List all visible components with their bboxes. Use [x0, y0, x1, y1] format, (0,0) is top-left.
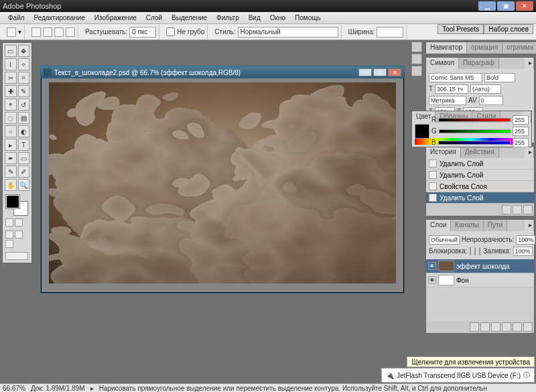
tab-channels[interactable]: Каналы: [451, 220, 484, 231]
selection-add-icon[interactable]: [43, 27, 52, 37]
move-tool[interactable]: ✥: [18, 45, 30, 57]
marquee-tool[interactable]: ▭: [5, 45, 17, 57]
tab-info[interactable]: ормация: [467, 42, 503, 54]
color-preview[interactable]: [415, 124, 429, 139]
doc-close-button[interactable]: ✕: [388, 68, 401, 76]
pen-tool[interactable]: ✒: [5, 152, 17, 164]
menu-layer[interactable]: Слой: [142, 13, 166, 23]
color-swatches[interactable]: [5, 194, 29, 215]
window-minimize-button[interactable]: ▁: [478, 1, 496, 11]
r-input[interactable]: 255: [513, 115, 529, 125]
tab-layers[interactable]: Слои: [426, 220, 451, 231]
slice-tool[interactable]: ⌗: [18, 72, 30, 84]
visibility-icon[interactable]: 👁: [428, 276, 436, 284]
layer-row[interactable]: 👁 эффект шоколда: [426, 259, 534, 273]
layer-adjust-button[interactable]: [502, 322, 511, 332]
history-brush-tool[interactable]: ↺: [18, 99, 30, 111]
selection-subtract-icon[interactable]: [54, 27, 64, 37]
history-snapshot-button[interactable]: [502, 205, 511, 214]
blur-tool[interactable]: ○: [5, 125, 17, 137]
blend-mode-select[interactable]: Обычный: [429, 235, 460, 245]
tab-paths[interactable]: Пути: [484, 220, 507, 231]
menu-filter[interactable]: Фильтр: [212, 13, 243, 23]
layer-thumbnail[interactable]: [438, 261, 454, 271]
zoom-tool[interactable]: 🔍: [18, 179, 30, 191]
history-delete-button[interactable]: [523, 205, 533, 214]
stamp-tool[interactable]: ⌖: [5, 99, 17, 111]
history-item[interactable]: Удалить Слой: [426, 158, 534, 170]
layer-fx-button[interactable]: [470, 322, 479, 332]
info-icon[interactable]: ⓘ: [523, 371, 530, 380]
menu-file[interactable]: Файл: [4, 13, 29, 23]
b-input[interactable]: 255: [513, 138, 529, 147]
menu-edit[interactable]: Редактирование: [30, 13, 89, 23]
b-slider[interactable]: [438, 141, 511, 145]
zoom-level[interactable]: 66.67%: [3, 385, 25, 392]
dodge-tool[interactable]: ◐: [18, 125, 30, 137]
type-tool[interactable]: T: [18, 139, 30, 151]
tab-histogram[interactable]: ограмма: [503, 42, 536, 54]
shape-tool[interactable]: ▭: [18, 152, 30, 164]
selection-intersect-icon[interactable]: [66, 27, 75, 37]
history-item[interactable]: Свойства Слоя: [426, 181, 534, 192]
color-panel[interactable]: Цвет Образцы Стили ▸ R255 G255 B255: [411, 111, 532, 147]
doc-minimize-button[interactable]: −: [358, 68, 372, 76]
g-input[interactable]: 255: [513, 127, 529, 136]
layer-row[interactable]: 👁 Фон: [426, 273, 534, 287]
quickmask-mode-icon[interactable]: [15, 218, 23, 226]
layer-group-button[interactable]: [491, 322, 500, 332]
brush-tool[interactable]: ✎: [18, 85, 30, 97]
history-new-button[interactable]: [513, 205, 522, 214]
menu-window[interactable]: Окно: [266, 13, 289, 23]
dock-icon-3[interactable]: [411, 66, 422, 76]
window-close-button[interactable]: ✕: [516, 1, 533, 11]
panel-menu-icon[interactable]: ▸: [525, 58, 534, 69]
feather-input[interactable]: 0 пкс: [129, 27, 156, 38]
doc-maximize-button[interactable]: □: [373, 68, 387, 76]
crop-tool[interactable]: ✂: [5, 72, 17, 84]
lock-pixels-icon[interactable]: [474, 247, 476, 255]
marquee-tool-icon[interactable]: [7, 27, 16, 37]
menu-view[interactable]: Вид: [245, 13, 265, 23]
screen-full-menu-icon[interactable]: [15, 231, 23, 239]
tab-navigator[interactable]: Навигатор: [426, 42, 467, 54]
visibility-icon[interactable]: 👁: [428, 262, 436, 270]
menu-help[interactable]: Помощь: [291, 13, 325, 23]
tracking-input[interactable]: 0: [479, 96, 503, 105]
eyedropper-tool[interactable]: ✐: [18, 166, 30, 178]
hand-tool[interactable]: ✋: [5, 179, 17, 191]
lasso-tool[interactable]: ⌇: [5, 58, 17, 70]
layer-new-button[interactable]: [513, 322, 522, 332]
menu-image[interactable]: Изображение: [90, 13, 141, 23]
tab-character[interactable]: Символ: [426, 58, 459, 69]
foreground-color-swatch[interactable]: [6, 195, 19, 208]
wand-tool[interactable]: ✧: [18, 58, 30, 70]
width-input[interactable]: [377, 27, 403, 38]
antialias-checkbox[interactable]: [166, 27, 175, 36]
lock-position-icon[interactable]: [479, 247, 480, 255]
system-tray-popup[interactable]: 🔌 JetFlash Transcend 8GB USB Device (F:)…: [381, 368, 535, 383]
standard-mode-icon[interactable]: [5, 218, 13, 226]
path-select-tool[interactable]: ▸: [5, 139, 17, 151]
lock-transparent-icon[interactable]: [470, 247, 471, 255]
leading-input[interactable]: (Авто): [470, 84, 501, 94]
font-family-select[interactable]: Comic Sans MS: [429, 73, 482, 82]
window-maximize-button[interactable]: ▣: [497, 1, 515, 11]
fill-input[interactable]: 100%: [513, 247, 533, 256]
font-size-input[interactable]: 306.15 тч: [435, 84, 468, 94]
tab-paragraph[interactable]: Параграф: [459, 58, 499, 69]
gradient-tool[interactable]: ▤: [18, 112, 30, 124]
layer-mask-button[interactable]: [480, 322, 490, 332]
menu-select[interactable]: Выделение: [168, 13, 211, 23]
notes-tool[interactable]: ✎: [5, 166, 17, 178]
history-item[interactable]: Удалить Слой: [426, 170, 534, 181]
screen-standard-icon[interactable]: [5, 231, 13, 239]
panel-menu-icon[interactable]: ▸: [525, 220, 534, 231]
doc-size[interactable]: Док: 1.89M/1.89M: [31, 385, 85, 392]
eraser-tool[interactable]: ◌: [5, 112, 17, 124]
toptab-tool-presets[interactable]: Tool Presets: [438, 24, 484, 34]
toptab-layer-comps[interactable]: Набор слоев: [484, 24, 533, 34]
document-titlebar[interactable]: Текст_в_шоколаде2.psd @ 66.7% (эффект шо…: [41, 66, 404, 78]
heal-tool[interactable]: ✚: [5, 85, 17, 97]
document-canvas[interactable]: [49, 82, 396, 283]
